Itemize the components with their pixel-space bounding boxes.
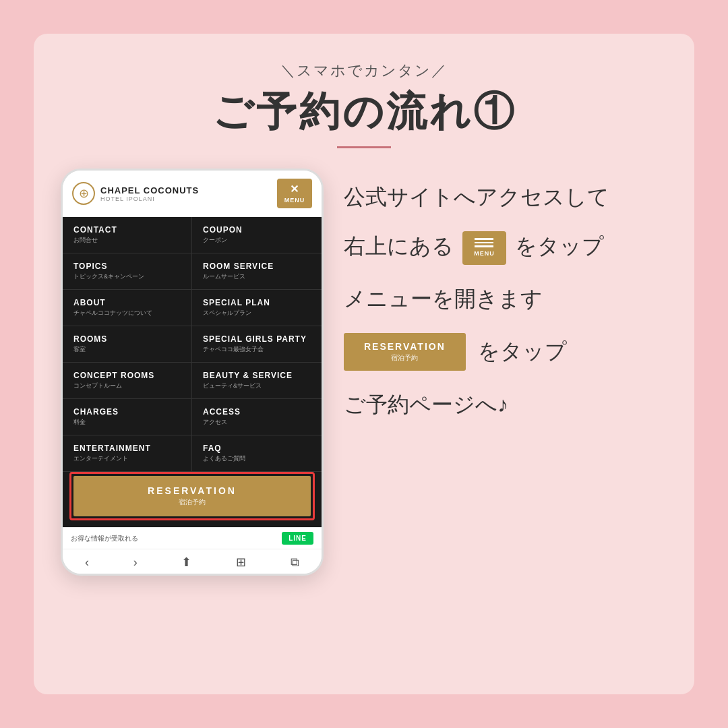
reservation-jp: 宿泊予約 xyxy=(83,497,301,507)
menu-item[interactable]: ROOMS客室 xyxy=(63,326,192,363)
menu-item-en: FAQ xyxy=(203,444,311,453)
reservation-inline-button[interactable]: RESERVATION 宿泊予約 xyxy=(344,333,466,371)
content-area: ⊕ CHAPEL COCONUTS HOTEL IPOLANI ✕ MENU C… xyxy=(61,169,667,576)
menu-item-en: TOPICS xyxy=(73,262,181,271)
menu-item-jp: ルームサービス xyxy=(203,272,311,281)
nav-back-icon[interactable]: ‹ xyxy=(85,555,89,570)
right-line4-suffix: をタップ xyxy=(478,336,567,367)
close-icon: ✕ xyxy=(290,184,299,195)
menu-item-en: ROOM SERVICE xyxy=(203,262,311,271)
menu-item-en: SPECIAL GIRLS PARTY xyxy=(203,334,311,344)
menu-item-en: CONTACT xyxy=(73,225,181,235)
menu-item[interactable]: CONCEPT ROOMSコンセプトルーム xyxy=(63,363,192,399)
menu-item[interactable]: ROOM SERVICEルームサービス xyxy=(192,253,322,290)
reservation-button[interactable]: RESERVATION 宿泊予約 xyxy=(73,476,311,516)
right-line2-prefix: 右上にある xyxy=(344,234,454,258)
right-line2-suffix: をタップ xyxy=(515,234,604,258)
menu-item-jp: トピックス&キャンペーン xyxy=(73,272,181,281)
line-text: お得な情報が受取れる xyxy=(71,534,138,543)
reservation-btn-wrapper: RESERVATION 宿泊予約 xyxy=(69,472,315,520)
phone-logo-area: ⊕ CHAPEL COCONUTS HOTEL IPOLANI xyxy=(72,182,199,205)
hotel-name: CHAPEL COCONUTS HOTEL IPOLANI xyxy=(100,185,199,202)
header-title: ご予約の流れ① xyxy=(212,85,516,140)
menu-item-en: SPECIAL PLAN xyxy=(203,298,311,307)
menu-label: MENU xyxy=(284,197,305,204)
reservation-section: RESERVATION 宿泊予約 xyxy=(63,472,322,527)
right-line2: 右上にある MENU をタップ xyxy=(344,231,667,265)
menu-item-jp: チャペルココナッツについて xyxy=(73,309,181,317)
menu-item[interactable]: CONTACTお問合せ xyxy=(63,217,192,253)
header-subtitle: ＼スマホでカンタン／ xyxy=(280,61,448,81)
menu-icon-text: MENU xyxy=(474,249,495,258)
menu-item-jp: よくあるご質問 xyxy=(203,454,311,463)
menu-item[interactable]: ACCESSアクセス xyxy=(192,399,322,435)
hotel-name-sub: HOTEL IPOLANI xyxy=(100,195,199,202)
menu-item-jp: クーポン xyxy=(203,236,311,245)
phone-mockup: ⊕ CHAPEL COCONUTS HOTEL IPOLANI ✕ MENU C… xyxy=(61,169,324,576)
menu-line-3 xyxy=(475,245,493,247)
globe-icon: ⊕ xyxy=(72,182,95,205)
menu-button[interactable]: ✕ MENU xyxy=(277,179,312,208)
reservation-inline-jp: 宿泊予約 xyxy=(364,353,446,363)
line-button[interactable]: LINE xyxy=(282,532,313,545)
menu-line-1 xyxy=(475,238,493,240)
menu-icon-inline-widget: MENU xyxy=(462,231,506,265)
menu-grid: CONTACTお問合せCOUPONクーポンTOPICSトピックス&キャンペーンR… xyxy=(63,217,322,472)
menu-item-en: BEAUTY & SERVICE xyxy=(203,371,311,380)
right-line1: 公式サイトへアクセスして xyxy=(344,182,667,212)
menu-line-2 xyxy=(475,242,493,244)
menu-item[interactable]: ENTERTAINMENTエンターテイメント xyxy=(63,435,192,472)
menu-item[interactable]: SPECIAL GIRLS PARTYチャペココ最強女子会 xyxy=(192,326,322,363)
phone-header: ⊕ CHAPEL COCONUTS HOTEL IPOLANI ✕ MENU xyxy=(63,171,322,217)
line-bar: お得な情報が受取れる LINE xyxy=(63,527,322,549)
menu-item-en: COUPON xyxy=(203,225,311,235)
menu-item-jp: ビューティ&サービス xyxy=(203,382,311,390)
menu-item-jp: チャペココ最強女子会 xyxy=(203,345,311,354)
menu-item[interactable]: COUPONクーポン xyxy=(192,217,322,253)
menu-item-jp: コンセプトルーム xyxy=(73,382,181,390)
phone-nav: ‹ › ⬆ ⊞ ⧉ xyxy=(63,549,322,574)
menu-item-en: ENTERTAINMENT xyxy=(73,444,181,453)
header-divider xyxy=(337,146,391,148)
menu-item[interactable]: FAQよくあるご質問 xyxy=(192,435,322,472)
nav-bookmark-icon[interactable]: ⊞ xyxy=(236,555,246,570)
right-content: 公式サイトへアクセスして 右上にある MENU をタップ メニューを開きます R… xyxy=(344,169,667,419)
menu-item-en: ROOMS xyxy=(73,334,181,344)
reservation-en: RESERVATION xyxy=(83,485,301,496)
menu-item[interactable]: ABOUTチャペルココナッツについて xyxy=(63,290,192,326)
menu-item-jp: エンターテイメント xyxy=(73,454,181,463)
right-line4-row: RESERVATION 宿泊予約 をタップ xyxy=(344,333,667,371)
menu-item[interactable]: TOPICSトピックス&キャンペーン xyxy=(63,253,192,290)
menu-item-en: CHARGES xyxy=(73,407,181,417)
menu-item-jp: アクセス xyxy=(203,418,311,427)
menu-item-jp: 料金 xyxy=(73,418,181,427)
menu-item-jp: お問合せ xyxy=(73,236,181,245)
menu-item-en: ACCESS xyxy=(203,407,311,417)
hotel-name-main: CHAPEL COCONUTS xyxy=(100,185,199,195)
right-line3: メニューを開きます xyxy=(344,284,667,314)
menu-item-jp: 客室 xyxy=(73,345,181,354)
outer-card: ＼スマホでカンタン／ ご予約の流れ① ⊕ CHAPEL COCONUTS HOT… xyxy=(34,34,694,694)
menu-item[interactable]: CHARGES料金 xyxy=(63,399,192,435)
nav-share-icon[interactable]: ⬆ xyxy=(181,555,191,570)
nav-forward-icon[interactable]: › xyxy=(133,555,138,570)
right-line5: ご予約ページへ♪ xyxy=(344,390,667,420)
reservation-inline-en: RESERVATION xyxy=(364,341,446,352)
menu-item[interactable]: SPECIAL PLANスペシャルプラン xyxy=(192,290,322,326)
menu-item-en: CONCEPT ROOMS xyxy=(73,371,181,380)
menu-item[interactable]: BEAUTY & SERVICEビューティ&サービス xyxy=(192,363,322,399)
menu-item-jp: スペシャルプラン xyxy=(203,309,311,317)
menu-item-en: ABOUT xyxy=(73,298,181,307)
nav-tabs-icon[interactable]: ⧉ xyxy=(291,555,299,570)
